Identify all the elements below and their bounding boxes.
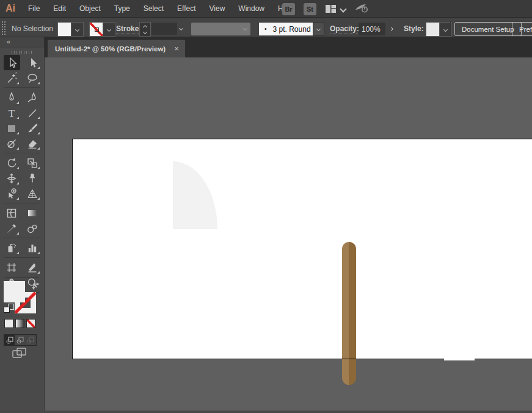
gradient-tool[interactable] — [24, 205, 41, 221]
flyout-corner-icon — [37, 132, 40, 134]
tool-grid: T — [0, 55, 44, 293]
perspective-grid-tool[interactable] — [24, 186, 41, 201]
document-tab[interactable]: Untitled-2* @ 50% (RGB/Preview) × — [48, 40, 185, 57]
magic-wand-tool[interactable] — [4, 70, 20, 86]
type-tool[interactable]: T — [4, 105, 20, 120]
symbol-sprayer-tool[interactable] — [4, 240, 20, 255]
shape-builder-tool[interactable] — [4, 186, 20, 201]
chevron-down-icon[interactable] — [103, 23, 115, 36]
document-tab-title: Untitled-2* @ 50% (RGB/Preview) — [55, 45, 166, 53]
selection-tool[interactable] — [4, 55, 20, 70]
divider — [4, 257, 40, 258]
flyout-corner-icon — [37, 67, 40, 69]
gradient-button[interactable] — [15, 319, 24, 328]
brush-definition-dropdown[interactable]: • 3 pt. Round — [259, 23, 313, 35]
stroke-weight-field[interactable] — [151, 22, 178, 35]
menu-object[interactable]: Object — [73, 0, 107, 18]
curvature-tool[interactable] — [24, 90, 41, 105]
brush-definition-label: 3 pt. Round — [273, 25, 311, 34]
rotate-tool[interactable] — [4, 155, 20, 170]
menu-edit[interactable]: Edit — [46, 0, 73, 18]
artboard[interactable] — [72, 139, 532, 359]
flyout-corner-icon — [16, 147, 19, 150]
width-tool[interactable] — [4, 170, 20, 186]
shaper-tool[interactable] — [4, 136, 20, 151]
swap-fill-stroke-icon[interactable] — [31, 282, 41, 294]
menu-effect[interactable]: Effect — [170, 0, 202, 18]
panel-grip[interactable] — [1, 21, 6, 35]
style-swatch[interactable] — [426, 23, 440, 36]
preferences-button[interactable]: Preferences — [512, 22, 532, 36]
tool-row — [0, 70, 44, 86]
style-dropdown[interactable] — [426, 22, 452, 37]
opacity-options-button[interactable] — [387, 23, 396, 35]
paintbrush-tool[interactable] — [24, 120, 41, 136]
direct-selection-tool[interactable] — [24, 55, 41, 70]
fill-swatch[interactable] — [58, 23, 71, 36]
white-notch-shape[interactable] — [444, 353, 475, 360]
selection-status: No Selection — [12, 24, 53, 33]
change-screen-mode-icon[interactable] — [12, 348, 27, 361]
close-tab-icon[interactable]: × — [174, 45, 179, 53]
stick-shape[interactable] — [342, 242, 356, 385]
flyout-corner-icon — [37, 252, 40, 254]
divider — [4, 238, 40, 238]
rectangle-tool[interactable] — [4, 120, 20, 136]
bridge-button[interactable]: Br — [282, 3, 295, 15]
chevron-down-icon[interactable] — [71, 23, 83, 36]
flyout-corner-icon — [37, 82, 40, 84]
pen-tool[interactable] — [4, 90, 20, 105]
mesh-tool[interactable] — [4, 205, 20, 221]
tool-row — [0, 260, 44, 275]
workspace-switcher-icon[interactable] — [325, 4, 346, 14]
menu-bar: Ai File Edit Object Type Select Effect V… — [0, 0, 532, 18]
color-button[interactable] — [4, 319, 13, 328]
stroke-color-dropdown[interactable] — [89, 22, 115, 37]
draw-behind-button[interactable] — [15, 335, 25, 345]
opacity-value-field[interactable]: 100% — [359, 23, 385, 35]
tool-row — [0, 90, 44, 105]
none-button[interactable] — [26, 319, 35, 328]
stroke-panel-link[interactable]: Stroke: — [116, 24, 141, 34]
fill-color-dropdown[interactable] — [57, 22, 84, 37]
line-segment-tool[interactable] — [24, 105, 41, 120]
style-label: Style: — [404, 24, 424, 33]
tool-row — [0, 170, 44, 186]
panel-grip[interactable] — [12, 51, 32, 54]
menu-view[interactable]: View — [203, 0, 232, 18]
collapse-panel-button[interactable]: « — [0, 37, 44, 48]
menu-type[interactable]: Type — [107, 0, 137, 18]
slice-tool[interactable] — [24, 260, 41, 275]
stroke-weight-stepper[interactable] — [139, 22, 151, 37]
eraser-tool[interactable] — [24, 136, 41, 151]
flyout-corner-icon — [16, 182, 19, 185]
default-fill-stroke-icon[interactable] — [4, 304, 15, 313]
draw-normal-button[interactable] — [4, 335, 15, 345]
column-graph-tool[interactable] — [24, 240, 41, 255]
lasso-tool[interactable] — [24, 70, 41, 86]
stepper-down-icon[interactable] — [143, 29, 147, 34]
brush-chevron-button[interactable] — [313, 23, 324, 35]
color-mode-buttons — [4, 319, 35, 328]
tool-row — [0, 120, 44, 136]
stroke-weight-chevron-icon[interactable] — [179, 26, 183, 31]
stepper-up-icon[interactable] — [143, 24, 147, 29]
tool-row — [0, 136, 44, 151]
menu-window[interactable]: Window — [231, 0, 271, 18]
blend-tool[interactable] — [24, 221, 41, 236]
rocket-performance-icon[interactable] — [354, 2, 370, 16]
variable-width-dropdown-disabled — [191, 23, 250, 35]
scale-tool[interactable] — [24, 155, 41, 170]
puppet-warp-tool[interactable] — [24, 170, 41, 186]
flyout-corner-icon — [16, 132, 19, 134]
menu-select[interactable]: Select — [137, 0, 170, 18]
stroke-none-swatch[interactable] — [90, 23, 103, 36]
eyedropper-tool[interactable] — [4, 221, 20, 236]
flyout-corner-icon — [37, 197, 40, 200]
artboard-tool[interactable] — [4, 260, 20, 275]
stock-button[interactable]: St — [304, 3, 316, 15]
opacity-panel-link[interactable]: Opacity: — [330, 24, 359, 34]
menu-file[interactable]: File — [21, 0, 46, 18]
draw-inside-button[interactable] — [26, 335, 36, 345]
fill-indicator-swatch[interactable] — [4, 281, 25, 302]
